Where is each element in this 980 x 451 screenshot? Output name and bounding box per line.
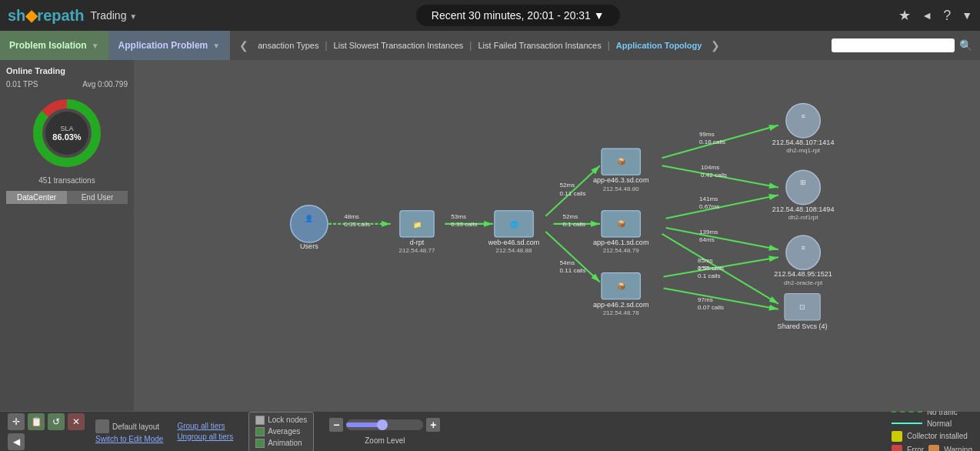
averages-row: Averages [255, 427, 307, 436]
svg-text:48ms: 48ms [344, 213, 359, 220]
search-input[interactable] [832, 38, 955, 52]
share-small-icon[interactable]: ◀ [8, 433, 25, 450]
app-name[interactable]: Trading ▼ [90, 9, 137, 22]
svg-text:141ms: 141ms [699, 195, 718, 202]
star-icon[interactable]: ★ [898, 7, 911, 24]
breadcrumb-failed[interactable]: List Failed Transaction Instances [473, 41, 605, 50]
svg-text:85ms: 85ms [698, 257, 713, 264]
tps-value: 0.01 TPS [6, 80, 38, 89]
breadcrumb-slowest[interactable]: List Slowest Transaction Instances [329, 41, 468, 50]
main-content: Online Trading 0.01 TPS Avg 0:00.799 SLA… [0, 60, 980, 411]
bottom-action-icons: ✛ 📋 ↺ ✕ ◀ [8, 413, 85, 450]
refresh-icon[interactable]: ↺ [48, 413, 65, 430]
svg-text:⊞: ⊞ [800, 179, 806, 186]
zoom-label: Zoom Level [365, 436, 405, 445]
avg-value: Avg 0:00.799 [82, 80, 128, 89]
averages-checkbox[interactable] [255, 427, 265, 436]
collector-label: Collector installed [907, 432, 968, 440]
time-display[interactable]: Recent 30 minutes, 20:01 - 20:31 ▼ [416, 5, 620, 26]
legend-normal: Normal [892, 419, 972, 428]
application-problem-nav[interactable]: Application Problem ▼ [109, 31, 231, 60]
svg-text:🌐: 🌐 [510, 220, 519, 229]
topology-area[interactable]: 48ms 0.33 calls 53ms 0.33 calls 52ms 0.1… [135, 60, 980, 411]
normal-label: Normal [927, 419, 952, 428]
bottom-bar: ✛ 📋 ↺ ✕ ◀ Default layout Switch to Edit … [0, 411, 980, 451]
zoom-section: − + Zoom Level [329, 418, 440, 445]
group-section: Group all tiers Ungroup all tiers [177, 422, 233, 441]
problem-isolation-label: Problem Isolation [9, 40, 87, 51]
top-bar: sh◆repath Trading ▼ Recent 30 minutes, 2… [0, 0, 980, 31]
app-arrow: ▼ [129, 12, 137, 21]
svg-text:212.54.48.88: 212.54.48.88 [496, 247, 533, 254]
top-right-icons: ★ ◄ ? ▼ [898, 7, 972, 24]
tps-row: 0.01 TPS Avg 0:00.799 [6, 80, 128, 89]
default-layout-row: Default layout [95, 419, 163, 433]
svg-text:212.54.48.77: 212.54.48.77 [399, 247, 436, 254]
share-icon[interactable]: ◄ [922, 9, 932, 22]
logo[interactable]: sh◆repath [8, 6, 84, 25]
svg-text:139ms: 139ms [699, 229, 718, 236]
svg-text:app-e46.3.sd.com: app-e46.3.sd.com [593, 176, 649, 184]
node-mq1-rpt[interactable] [786, 104, 820, 138]
svg-text:0.1 calls: 0.1 calls [698, 272, 721, 279]
node-mf1-rpt[interactable] [786, 170, 820, 204]
svg-text:app-e46.2.sd.com: app-e46.2.sd.com [593, 301, 649, 309]
lock-nodes-checkbox[interactable] [255, 416, 265, 425]
zoom-thumb[interactable] [377, 419, 388, 430]
online-trading-title: Online Trading [6, 66, 128, 75]
svg-text:📦: 📦 [617, 157, 626, 166]
node-users[interactable] [291, 205, 328, 242]
svg-text:99ms: 99ms [699, 131, 715, 138]
menu-arrow-icon[interactable]: ▼ [962, 9, 972, 22]
delete-icon[interactable]: ✕ [68, 413, 85, 430]
breadcrumb-prev[interactable]: ❮ [236, 39, 252, 52]
datacenter-tab[interactable]: DataCenter [6, 191, 67, 204]
zoom-out-button[interactable]: − [329, 418, 343, 432]
problem-isolation-nav[interactable]: Problem Isolation ▼ [0, 31, 109, 60]
search-area: 🔍 Advanced Search [824, 31, 980, 60]
enduser-tab[interactable]: End User [67, 191, 128, 204]
zoom-slider[interactable] [346, 419, 423, 430]
breadcrumb-topology[interactable]: Application Topology [612, 41, 707, 50]
breadcrumb-area: ❮ ansaction Types | List Slowest Transac… [230, 31, 824, 60]
zoom-in-button[interactable]: + [426, 418, 440, 432]
svg-text:97ms: 97ms [698, 296, 713, 303]
svg-text:dh2-mf1rpt: dh2-mf1rpt [788, 214, 819, 221]
svg-text:0.42 calls: 0.42 calls [701, 172, 727, 179]
svg-text:dh2-mq1-rpt: dh2-mq1-rpt [786, 147, 821, 154]
svg-text:Users: Users [300, 242, 318, 250]
help-icon[interactable]: ? [943, 8, 951, 24]
ungroup-all-link[interactable]: Ungroup all tiers [177, 433, 233, 441]
group-all-link[interactable]: Group all tiers [177, 422, 233, 430]
warning-label: Warning [944, 446, 972, 451]
legend-error: Error Warning [892, 445, 972, 452]
search-icon[interactable]: 🔍 [959, 39, 972, 52]
error-icon [892, 445, 902, 452]
switch-edit-link[interactable]: Switch to Edit Mode [95, 435, 163, 443]
application-problem-arrow: ▼ [212, 42, 220, 50]
svg-text:54ms: 54ms [560, 259, 575, 266]
left-panel: Online Trading 0.01 TPS Avg 0:00.799 SLA… [0, 60, 135, 411]
default-layout-label: Default layout [112, 423, 159, 431]
legend-collector: Collector installed [892, 431, 972, 442]
switch-edit-row: Switch to Edit Mode [95, 435, 163, 443]
legend-section: No traffic Normal Collector installed Er… [892, 408, 972, 452]
animation-row: Animation [255, 439, 307, 448]
breadcrumb-transaction-types[interactable]: ansaction Types [253, 41, 323, 50]
animation-checkbox[interactable] [255, 439, 265, 448]
add-icon[interactable]: 📋 [28, 413, 45, 430]
no-traffic-line [892, 411, 922, 413]
svg-text:dh2-oracle-rpt: dh2-oracle-rpt [784, 279, 823, 286]
svg-text:212.54.48.80: 212.54.48.80 [603, 185, 640, 192]
zoom-controls: − + [329, 418, 440, 432]
svg-text:104ms: 104ms [701, 164, 719, 171]
move-icon[interactable]: ✛ [8, 413, 25, 430]
svg-text:0.11 calls: 0.11 calls [560, 190, 586, 197]
svg-text:0.33 calls: 0.33 calls [344, 221, 370, 228]
breadcrumb-next[interactable]: ❯ [708, 39, 723, 52]
problem-isolation-arrow: ▼ [92, 42, 99, 50]
node-oracle-rpt[interactable] [786, 236, 820, 269]
svg-text:Shared Svcs (4): Shared Svcs (4) [778, 322, 828, 330]
svg-text:212.54.48.95:1521: 212.54.48.95:1521 [774, 270, 832, 278]
svg-text:d-rpt: d-rpt [410, 239, 425, 246]
